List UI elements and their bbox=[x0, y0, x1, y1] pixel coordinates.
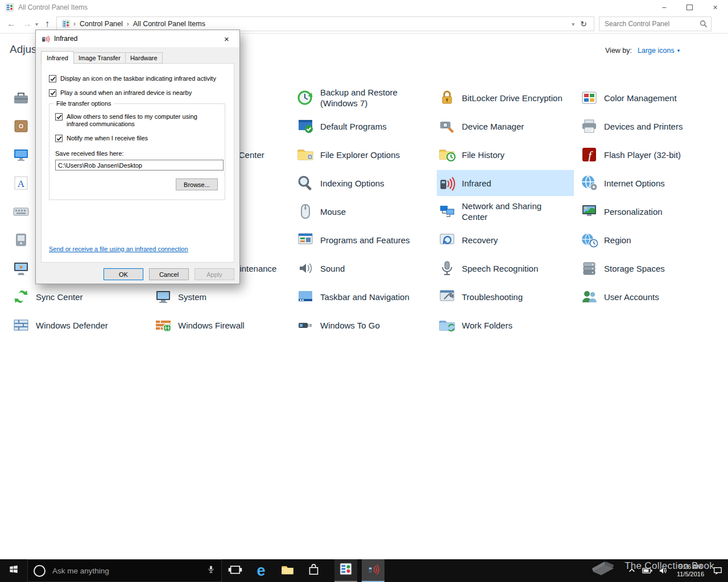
cancel-button[interactable]: Cancel bbox=[149, 268, 189, 280]
store-button[interactable] bbox=[300, 559, 326, 582]
workfolders-icon bbox=[437, 315, 457, 335]
cp-item-programs-and-features[interactable]: Programs and Features bbox=[295, 227, 432, 253]
tab-infrared[interactable]: Infrared bbox=[41, 51, 74, 64]
cp-item-indexing-options[interactable]: Indexing Options bbox=[295, 170, 432, 196]
checkbox-allow-others-to-send-files-to-my-compute[interactable]: Allow others to send files to my compute… bbox=[55, 113, 220, 128]
ok-button[interactable]: OK bbox=[104, 268, 143, 280]
task-view-button[interactable] bbox=[222, 559, 248, 582]
admintools-icon bbox=[11, 88, 31, 107]
checkbox-icon[interactable] bbox=[49, 89, 56, 97]
cp-item-label: Speech Recognition bbox=[462, 263, 538, 274]
personalization-icon bbox=[580, 202, 599, 221]
cp-item-sound[interactable]: Sound bbox=[295, 255, 432, 281]
region-icon bbox=[580, 230, 599, 250]
file-explorer-button[interactable] bbox=[274, 559, 300, 582]
cp-item-network-and-sharing-center[interactable]: Network and Sharing Center bbox=[437, 198, 574, 225]
cp-item-label: Programs and Features bbox=[320, 235, 410, 246]
firewall-icon bbox=[154, 315, 173, 335]
apply-button[interactable]: Apply bbox=[195, 268, 234, 280]
cp-item-speech-recognition[interactable]: Speech Recognition bbox=[437, 255, 574, 281]
checkbox-notify-me-when-i-receive-files[interactable]: Notify me when I receive files bbox=[55, 135, 220, 142]
windows-logo-icon bbox=[9, 564, 19, 577]
cortana-search[interactable] bbox=[27, 559, 222, 582]
backup-icon bbox=[296, 88, 315, 107]
dialog-close-button[interactable]: × bbox=[214, 30, 239, 47]
colormgmt-icon bbox=[580, 88, 599, 107]
cp-item-mouse[interactable]: Mouse bbox=[295, 198, 432, 225]
dialog-titlebar: Infrared × bbox=[36, 30, 239, 47]
cp-item-device-manager[interactable]: Device Manager bbox=[437, 113, 574, 139]
infrared-icon bbox=[366, 562, 380, 578]
printers-icon bbox=[580, 117, 599, 136]
checkbox-icon[interactable] bbox=[49, 75, 56, 82]
desktop-screen: All Control Panel Items − × ← → ▾ ↑ › Co… bbox=[0, 0, 728, 582]
cp-item-file-history[interactable]: File History bbox=[437, 142, 574, 168]
network-icon bbox=[437, 202, 457, 221]
svg-text:A: A bbox=[18, 178, 25, 189]
cp-item-storage-spaces[interactable]: Storage Spaces bbox=[579, 255, 716, 281]
file-transfer-options-group: File transfer options Allow others to se… bbox=[49, 103, 225, 200]
action-center-icon[interactable] bbox=[713, 566, 722, 575]
checkbox-label: Notify me when I receive files bbox=[67, 135, 148, 142]
dialog-title: Infrared bbox=[54, 35, 77, 43]
microphone-icon[interactable] bbox=[206, 565, 216, 576]
cp-item-flash-player-32-bit[interactable]: fFlash Player (32-bit) bbox=[579, 142, 716, 168]
cp-item-region[interactable]: Region bbox=[579, 227, 716, 253]
taskbar-clock[interactable]: 9:26 AM 11/5/2016 bbox=[674, 563, 707, 578]
cp-item-label: Windows Defender bbox=[36, 320, 108, 331]
cp-item-personalization[interactable]: Personalization bbox=[579, 198, 716, 225]
windowstogo-icon bbox=[296, 315, 315, 335]
system-tray: 9:26 AM 11/5/2016 bbox=[628, 559, 728, 582]
cp-item-default-programs[interactable]: Default Programs bbox=[295, 113, 432, 139]
cp-item-internet-options[interactable]: Internet Options bbox=[579, 170, 716, 196]
cp-item-user-accounts[interactable]: User Accounts bbox=[579, 284, 716, 310]
edge-button[interactable]: e bbox=[248, 559, 274, 582]
taskbar-search-input[interactable] bbox=[51, 566, 179, 576]
checkbox-display-an-icon-on-the-taskbar-indicatin[interactable]: Display an icon on the taskbar indicatin… bbox=[49, 75, 227, 82]
tab-image-transfer[interactable]: Image Transfer bbox=[73, 52, 126, 64]
cp-item-label: Personalization bbox=[604, 206, 663, 217]
cp-item-windows-to-go[interactable]: Windows To Go bbox=[295, 312, 432, 338]
cp-item-color-management[interactable]: Color Management bbox=[579, 85, 716, 111]
browse-button[interactable]: Browse... bbox=[176, 178, 218, 190]
cp-item-taskbar-and-navigation[interactable]: Taskbar and Navigation bbox=[295, 284, 432, 310]
start-button[interactable] bbox=[0, 559, 27, 582]
infrared-taskbar-button[interactable] bbox=[362, 559, 384, 582]
cp-item-backup-and-restore-windows-7[interactable]: Backup and Restore (Windows 7) bbox=[295, 85, 432, 111]
tray-expand-icon[interactable] bbox=[628, 567, 636, 575]
recovery-icon bbox=[437, 230, 457, 250]
cp-item-label: Internet Options bbox=[604, 178, 665, 189]
cp-item-work-folders[interactable]: Work Folders bbox=[437, 312, 574, 338]
cp-item-windows-defender[interactable]: Windows Defender bbox=[11, 312, 148, 338]
checkbox-play-a-sound-when-an-infrared-device-is-[interactable]: Play a sound when an infrared device is … bbox=[49, 89, 227, 97]
cp-item-sync-center[interactable]: Sync Center bbox=[11, 284, 148, 310]
cp-item-infrared[interactable]: Infrared bbox=[437, 170, 574, 196]
programs-icon bbox=[296, 230, 315, 250]
infrared-dialog: Infrared × InfraredImage TransferHardwar… bbox=[35, 30, 240, 284]
clock-time: 9:26 AM bbox=[674, 563, 707, 571]
filehistory-icon bbox=[437, 145, 457, 164]
clock-date: 11/5/2016 bbox=[674, 571, 707, 578]
checkbox-label: Display an icon on the taskbar indicatin… bbox=[60, 75, 216, 82]
cp-item-label: Color Management bbox=[604, 93, 677, 103]
send-receive-file-link[interactable]: Send or receive a file using an infrared… bbox=[49, 246, 188, 252]
speaker-icon[interactable] bbox=[659, 567, 668, 575]
cp-item-recovery[interactable]: Recovery bbox=[437, 227, 574, 253]
checkbox-icon[interactable] bbox=[55, 113, 63, 120]
cp-item-windows-firewall[interactable]: Windows Firewall bbox=[153, 312, 290, 338]
cp-item-bitlocker-drive-encryption[interactable]: BitLocker Drive Encryption bbox=[437, 85, 574, 111]
cp-item-label: Default Programs bbox=[320, 121, 387, 132]
store-icon bbox=[307, 563, 321, 579]
cp-item-troubleshooting[interactable]: Troubleshooting bbox=[437, 284, 574, 310]
cp-item-devices-and-printers[interactable]: Devices and Printers bbox=[579, 113, 716, 139]
cp-item-label: Taskbar and Navigation bbox=[320, 292, 410, 302]
save-path-field[interactable] bbox=[55, 160, 224, 171]
cp-item-label: Indexing Options bbox=[320, 178, 384, 189]
cp-item-label: Troubleshooting bbox=[462, 292, 523, 302]
control-panel-taskbar-button[interactable] bbox=[334, 559, 357, 582]
cp-item-file-explorer-options[interactable]: File Explorer Options bbox=[295, 142, 432, 168]
battery-icon[interactable] bbox=[642, 567, 652, 574]
tab-hardware[interactable]: Hardware bbox=[125, 52, 163, 64]
cp-item-system[interactable]: System bbox=[153, 284, 290, 310]
checkbox-icon[interactable] bbox=[55, 135, 63, 142]
